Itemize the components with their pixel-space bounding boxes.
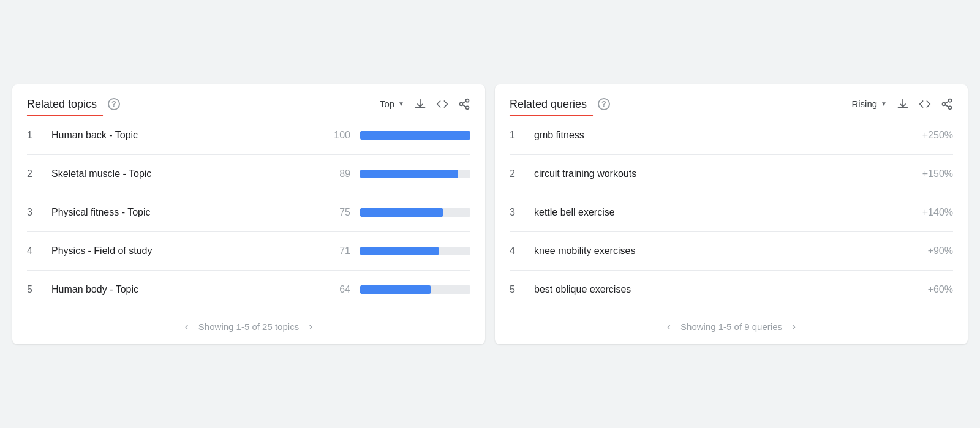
svg-point-1 (459, 102, 462, 105)
row-label: Skeletal muscle - Topic (51, 168, 318, 179)
right-dropdown-button[interactable]: Rising ▼ (851, 99, 887, 109)
svg-point-0 (466, 99, 469, 102)
row-number: 5 (27, 284, 42, 295)
svg-point-5 (949, 99, 952, 102)
row-number: 5 (510, 284, 524, 295)
left-download-button[interactable] (414, 98, 426, 110)
related-queries-panel: Related queries ? Rising ▼ (495, 84, 968, 344)
right-header-controls: Rising ▼ (851, 98, 953, 110)
row-number: 2 (27, 168, 42, 179)
svg-point-2 (466, 106, 469, 109)
row-number: 3 (27, 207, 42, 218)
right-panel-header: Related queries ? Rising ▼ (495, 84, 968, 116)
svg-point-6 (943, 102, 946, 105)
left-title-wrapper: Related topics (27, 98, 103, 116)
panels-container: Related topics ? Top ▼ (12, 84, 968, 344)
left-dropdown-button[interactable]: Top ▼ (380, 99, 404, 109)
bar-fill (360, 247, 439, 255)
row-number: 4 (510, 246, 524, 257)
svg-line-4 (462, 101, 466, 103)
right-title-wrapper: Related queries (510, 98, 593, 116)
left-table-row[interactable]: 4 Physics - Field of study 71 (27, 232, 470, 271)
percent-value: +90% (910, 246, 953, 257)
bar-container (360, 208, 470, 217)
left-table-row[interactable]: 2 Skeletal muscle - Topic 89 (27, 155, 470, 193)
row-number: 1 (510, 130, 524, 141)
right-help-icon[interactable]: ? (598, 98, 610, 110)
row-label: Physics - Field of study (51, 246, 318, 257)
row-label: knee mobility exercises (534, 246, 900, 257)
right-prev-button[interactable]: ‹ (667, 320, 671, 333)
left-dropdown-arrow-icon: ▼ (398, 100, 404, 107)
left-panel-footer: ‹ Showing 1-5 of 25 topics › (12, 309, 485, 344)
bar-fill (360, 285, 431, 294)
left-prev-button[interactable]: ‹ (185, 320, 189, 333)
right-title-underline (510, 115, 593, 116)
right-rows-container: 1 gmb fitness +250% 2 circuit training w… (510, 116, 953, 309)
right-table-row[interactable]: 3 kettle bell exercise +140% (510, 193, 953, 232)
row-number: 3 (510, 207, 524, 218)
left-dropdown-label: Top (380, 99, 394, 109)
right-table-row[interactable]: 1 gmb fitness +250% (510, 116, 953, 155)
left-help-icon[interactable]: ? (108, 98, 120, 110)
bar-container (360, 247, 470, 255)
left-rows-container: 1 Human back - Topic 100 2 Skeletal musc… (27, 116, 470, 309)
right-next-button[interactable]: › (792, 320, 796, 333)
bar-fill (360, 208, 443, 217)
svg-point-7 (949, 106, 952, 109)
row-label: gmb fitness (534, 130, 900, 141)
percent-value: +150% (910, 168, 953, 179)
row-number: 4 (27, 246, 42, 257)
right-table-row[interactable]: 4 knee mobility exercises +90% (510, 232, 953, 271)
right-panel-title: Related queries (510, 98, 587, 110)
right-table-row[interactable]: 2 circuit training workouts +150% (510, 155, 953, 193)
right-embed-button[interactable] (919, 98, 931, 110)
bar-container (360, 131, 470, 140)
row-number: 2 (510, 168, 524, 179)
right-dropdown-arrow-icon: ▼ (881, 100, 887, 107)
left-share-button[interactable] (458, 98, 470, 110)
svg-line-9 (945, 101, 949, 103)
left-table-row[interactable]: 5 Human body - Topic 64 (27, 271, 470, 309)
row-number: 1 (27, 130, 42, 141)
right-download-button[interactable] (897, 98, 909, 110)
row-label: Human back - Topic (51, 130, 318, 141)
left-table-row[interactable]: 1 Human back - Topic 100 (27, 116, 470, 155)
left-embed-button[interactable] (436, 98, 448, 110)
right-pagination-text: Showing 1-5 of 9 queries (680, 321, 782, 332)
bar-fill (360, 131, 470, 140)
related-topics-panel: Related topics ? Top ▼ (12, 84, 485, 344)
row-value: 75 (328, 207, 350, 218)
row-value: 89 (328, 168, 350, 179)
row-value: 64 (328, 284, 350, 295)
right-panel-body: 1 gmb fitness +250% 2 circuit training w… (495, 116, 968, 309)
left-table-row[interactable]: 3 Physical fitness - Topic 75 (27, 193, 470, 232)
row-label: best oblique exercises (534, 284, 900, 295)
row-label: circuit training workouts (534, 168, 900, 179)
right-panel-footer: ‹ Showing 1-5 of 9 queries › (495, 309, 968, 344)
left-header-controls: Top ▼ (380, 98, 470, 110)
svg-line-3 (462, 105, 466, 107)
left-next-button[interactable]: › (309, 320, 312, 333)
right-table-row[interactable]: 5 best oblique exercises +60% (510, 271, 953, 309)
row-label: Physical fitness - Topic (51, 207, 318, 218)
left-pagination-text: Showing 1-5 of 25 topics (198, 321, 299, 332)
right-share-button[interactable] (941, 98, 953, 110)
row-value: 100 (328, 130, 350, 141)
left-panel-header: Related topics ? Top ▼ (12, 84, 485, 116)
row-value: 71 (328, 246, 350, 257)
bar-fill (360, 170, 458, 178)
left-panel-title: Related topics (27, 98, 97, 110)
left-title-underline (27, 115, 103, 116)
percent-value: +250% (910, 130, 953, 141)
right-dropdown-label: Rising (851, 99, 877, 109)
left-panel-body: 1 Human back - Topic 100 2 Skeletal musc… (12, 116, 485, 309)
row-label: Human body - Topic (51, 284, 318, 295)
percent-value: +140% (910, 207, 953, 218)
bar-container (360, 285, 470, 294)
percent-value: +60% (910, 284, 953, 295)
row-label: kettle bell exercise (534, 207, 900, 218)
svg-line-8 (945, 105, 949, 107)
bar-container (360, 170, 470, 178)
